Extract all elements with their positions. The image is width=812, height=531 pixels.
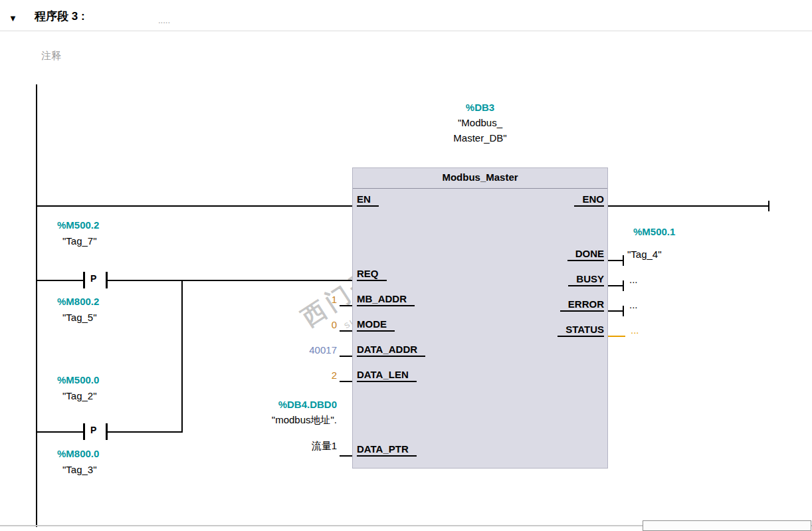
contact2-edge-tag[interactable]: "Tag_3" bbox=[62, 464, 97, 476]
data-ptr-member: 流量1 bbox=[199, 440, 337, 453]
wire-or-branch bbox=[181, 280, 183, 432]
wire-data-len bbox=[340, 381, 352, 382]
pin-en[interactable]: EN bbox=[357, 194, 379, 207]
wire-mb-addr bbox=[340, 305, 352, 306]
pin-req[interactable]: REQ bbox=[357, 268, 387, 281]
contact1-left-bar[interactable] bbox=[83, 272, 85, 288]
contact1-tag[interactable]: "Tag_7" bbox=[62, 235, 97, 247]
pin-data-ptr[interactable]: DATA_PTR bbox=[357, 444, 417, 457]
wire-branch2-right bbox=[108, 431, 183, 433]
pin-mb-addr[interactable]: MB_ADDR bbox=[357, 294, 415, 306]
contact2-left-bar[interactable] bbox=[83, 423, 85, 440]
pin-busy[interactable]: BUSY bbox=[568, 274, 604, 286]
network-title[interactable]: 程序段 3 : bbox=[35, 11, 85, 23]
instance-db-address[interactable]: %DB3 bbox=[352, 100, 608, 115]
done-tag[interactable]: "Tag_4" bbox=[627, 249, 662, 261]
wire-req-right bbox=[108, 280, 352, 281]
busy-operand[interactable]: ... bbox=[629, 274, 638, 286]
status-operand[interactable]: ... bbox=[631, 324, 639, 336]
error-tick bbox=[623, 306, 624, 316]
wire-busy bbox=[608, 285, 624, 286]
error-operand[interactable]: ... bbox=[629, 299, 638, 311]
data-addr-value[interactable]: 40017 bbox=[284, 344, 337, 356]
wire-en bbox=[36, 205, 352, 207]
contact2-p-symbol[interactable]: P bbox=[90, 425, 96, 435]
bottom-right-panel-edge bbox=[643, 520, 811, 531]
wire-req-left bbox=[36, 280, 83, 281]
block-title[interactable]: Modbus_Master bbox=[353, 168, 607, 189]
power-rail bbox=[36, 84, 37, 527]
instance-db-name-line1: "Modbus_ bbox=[352, 115, 608, 130]
wire-eno bbox=[608, 205, 769, 207]
contact2-tag[interactable]: "Tag_2" bbox=[62, 390, 97, 402]
lad-network-editor: ▼ 程序段 3 : ..... 注释 西门子工业 找答案 support.ind… bbox=[0, 0, 812, 531]
mb-addr-value[interactable]: 1 bbox=[284, 294, 337, 305]
data-ptr-operand[interactable]: %DB4.DBD0 "modbus地址". 流量1 bbox=[199, 399, 337, 453]
wire-eno-end-tick bbox=[768, 201, 769, 211]
pin-data-addr[interactable]: DATA_ADDR bbox=[357, 344, 425, 357]
contact1-right-bar[interactable] bbox=[106, 272, 108, 288]
contact1-address[interactable]: %M500.2 bbox=[57, 219, 99, 231]
wire-error bbox=[608, 310, 624, 312]
data-len-value[interactable]: 2 bbox=[284, 370, 337, 381]
contact2-right-bar[interactable] bbox=[106, 423, 108, 440]
header-separator bbox=[0, 31, 812, 31]
data-ptr-name: "modbus地址". bbox=[199, 414, 337, 427]
network-collapse-icon[interactable]: ▼ bbox=[9, 13, 17, 25]
wire-branch2-left bbox=[36, 431, 83, 433]
wire-done bbox=[608, 260, 624, 261]
contact1-p-symbol[interactable]: P bbox=[90, 273, 96, 284]
pin-eno[interactable]: ENO bbox=[574, 194, 604, 207]
contact1-edge-tag[interactable]: "Tag_5" bbox=[62, 312, 97, 324]
wire-data-addr bbox=[340, 356, 352, 357]
wire-data-ptr bbox=[340, 455, 352, 457]
pin-done[interactable]: DONE bbox=[567, 249, 604, 261]
wire-status bbox=[608, 336, 625, 337]
contact2-address[interactable]: %M500.0 bbox=[57, 374, 99, 386]
done-address[interactable]: %M500.1 bbox=[633, 226, 675, 238]
instance-db-name-line2: Master_DB" bbox=[352, 130, 608, 146]
instance-db-call[interactable]: %DB3 "Modbus_ Master_DB" bbox=[352, 100, 608, 146]
data-ptr-address[interactable]: %DB4.DBD0 bbox=[199, 399, 337, 410]
busy-tick bbox=[623, 280, 624, 291]
network-title-placeholder[interactable]: ..... bbox=[158, 15, 170, 27]
pin-data-len[interactable]: DATA_LEN bbox=[357, 370, 417, 382]
modbus-master-block[interactable]: Modbus_Master bbox=[352, 167, 608, 469]
network-comment[interactable]: 注释 bbox=[41, 50, 61, 62]
pin-error[interactable]: ERROR bbox=[560, 299, 604, 312]
pin-status[interactable]: STATUS bbox=[558, 324, 604, 337]
mode-value[interactable]: 0 bbox=[284, 319, 337, 330]
wire-mode bbox=[340, 330, 352, 332]
contact1-edge-address[interactable]: %M800.2 bbox=[57, 296, 99, 308]
done-tick bbox=[623, 255, 624, 266]
pin-mode[interactable]: MODE bbox=[357, 319, 395, 332]
contact2-edge-address[interactable]: %M800.0 bbox=[57, 448, 99, 460]
